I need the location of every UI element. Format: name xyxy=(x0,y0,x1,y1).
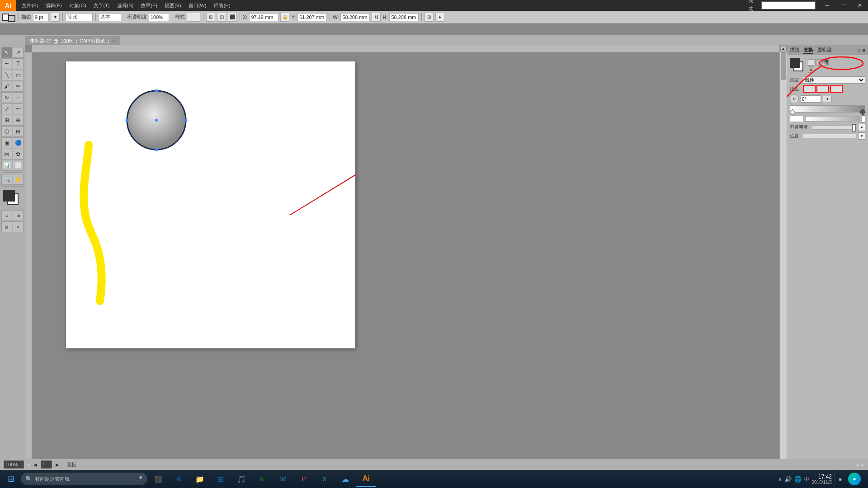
panel-tab-stroke[interactable]: 描边 xyxy=(790,47,800,54)
scroll-thumb[interactable] xyxy=(781,52,786,80)
start-button[interactable]: ⊞ xyxy=(2,471,20,487)
equal-ratio-input[interactable] xyxy=(66,13,93,21)
none-option[interactable]: ✕ xyxy=(808,66,814,73)
scroll-track[interactable] xyxy=(780,52,787,469)
stroke-dropdown[interactable]: ▾ xyxy=(51,13,60,22)
blend-tool[interactable]: ⋈ xyxy=(1,149,12,160)
close-button[interactable]: ✕ xyxy=(852,0,868,11)
taskbar-search[interactable]: 🔍 有问题尽管问我 🎤 xyxy=(21,473,147,485)
pencil-tool[interactable]: ✏ xyxy=(13,81,24,92)
select-tool[interactable]: ↖ xyxy=(1,47,12,58)
transform-icon2[interactable]: ◫ xyxy=(217,13,226,22)
panel-menu-icon[interactable]: ≡ xyxy=(863,47,865,53)
graph-tool[interactable]: 📊 xyxy=(1,160,12,171)
menu-window[interactable]: 窗口(W) xyxy=(185,0,210,11)
red-line-object[interactable] xyxy=(290,174,355,215)
perspective-grid-tool[interactable]: ⬡ xyxy=(1,126,12,137)
scale-tool[interactable]: ⤢ xyxy=(1,103,12,114)
stroke-box2[interactable] xyxy=(816,85,829,93)
none-btn[interactable]: ✕ xyxy=(13,221,24,232)
type-tool[interactable]: T xyxy=(13,58,24,69)
foreground-color-swatch[interactable] xyxy=(3,190,15,202)
menu-text[interactable]: 文字(T) xyxy=(90,0,113,11)
symbol-sprayer-tool[interactable]: ✿ xyxy=(13,149,24,160)
h-input[interactable] xyxy=(389,13,419,21)
transform-icon1[interactable]: ⊞ xyxy=(206,13,215,22)
transform-options-icon[interactable]: ⊞ xyxy=(425,13,434,22)
panel-expand-icon[interactable]: » xyxy=(858,47,860,53)
clock-area[interactable]: 17:42 2016/11/5 xyxy=(812,474,832,485)
opacity-dropdown[interactable]: ▾ xyxy=(858,124,865,131)
stroke-outline-swatch[interactable] xyxy=(8,15,15,22)
none-fill-btn[interactable]: ⊘ xyxy=(1,210,12,221)
more-options-icon[interactable]: ▸ xyxy=(435,13,444,22)
tray-network[interactable]: 🌐 xyxy=(794,476,802,483)
zoom-tool[interactable]: 🔍 xyxy=(1,174,12,185)
menu-file[interactable]: 文件(F) xyxy=(18,0,42,11)
scroll-up-btn[interactable]: ▲ xyxy=(780,45,787,52)
angle-dial[interactable]: ↻ xyxy=(790,94,799,103)
stroke-box1[interactable] xyxy=(803,85,816,93)
line-tool[interactable]: ╲ xyxy=(1,70,12,80)
color-thumb[interactable] xyxy=(862,115,865,122)
brush-tool[interactable]: 🖌 xyxy=(1,81,12,92)
eyedropper-tool[interactable]: 🔵 xyxy=(13,137,24,148)
taskbar-edge[interactable]: e xyxy=(169,471,189,487)
canvas-viewport[interactable] xyxy=(32,52,861,475)
zoom-dropdown[interactable]: ▾ xyxy=(28,462,30,467)
gradient-stop-right[interactable] xyxy=(859,109,866,115)
nav-left[interactable]: ◀ xyxy=(855,462,859,467)
minimize-button[interactable]: ─ xyxy=(819,0,835,11)
fill-option[interactable] xyxy=(808,59,814,66)
opacity-track[interactable] xyxy=(812,125,856,130)
opacity-thumb[interactable] xyxy=(852,124,856,131)
panel-tab-opacity[interactable]: 透明度 xyxy=(817,47,832,54)
gradient-option[interactable] xyxy=(822,59,829,66)
menu-effect[interactable]: 效果(E) xyxy=(137,0,161,11)
lock-proportions-icon[interactable]: 🔒 xyxy=(280,13,289,22)
taskbar-excel[interactable]: X xyxy=(315,471,335,487)
document-tab[interactable]: 未标题-1* @ 100% ( CMYK/预览 ) ✕ xyxy=(25,36,120,45)
tray-speaker[interactable]: 🔊 xyxy=(784,476,792,483)
menu-view[interactable]: 视图(V) xyxy=(161,0,185,11)
cortana-btn[interactable]: ● xyxy=(848,473,861,485)
gradient-tool[interactable]: ▣ xyxy=(1,137,12,148)
taskbar-store[interactable]: ⊞ xyxy=(211,471,231,487)
mic-icon[interactable]: 🎤 xyxy=(136,476,143,482)
rectangle-tool[interactable]: ▭ xyxy=(13,70,24,80)
reflect-tool[interactable]: ↔ xyxy=(13,92,24,103)
style-preview[interactable] xyxy=(187,13,200,22)
menu-object[interactable]: 对象(O) xyxy=(66,0,90,11)
position-track[interactable] xyxy=(803,134,856,138)
position-dropdown[interactable]: ▾ xyxy=(858,132,865,140)
taskbar-groove[interactable]: 🎵 xyxy=(231,471,251,487)
taskbar-powerpoint[interactable]: P xyxy=(294,471,314,487)
tray-up-arrow[interactable]: ∧ xyxy=(778,476,782,482)
taskbar-explorer[interactable]: 📁 xyxy=(190,471,210,487)
y-input[interactable] xyxy=(297,13,327,21)
stroke-option[interactable] xyxy=(815,59,821,66)
vertical-scrollbar[interactable]: ▲ ▼ xyxy=(779,45,787,475)
tab-close-button[interactable]: ✕ xyxy=(112,38,115,43)
white-swatch[interactable] xyxy=(790,116,803,122)
link-wh-icon[interactable]: ⛓ xyxy=(372,13,381,22)
color-slider[interactable] xyxy=(805,116,860,122)
panel-tab-transform[interactable]: 变换 xyxy=(803,47,813,54)
rotate-tool[interactable]: ↻ xyxy=(1,92,12,103)
tray-ime[interactable]: 中 xyxy=(804,476,809,483)
stroke-size-input[interactable] xyxy=(33,13,49,21)
stroke-box3[interactable] xyxy=(830,85,843,93)
page-next[interactable]: ▶ xyxy=(56,462,59,467)
search-field[interactable] xyxy=(761,1,816,9)
taskbar-task-view[interactable]: ⬛ xyxy=(148,471,168,487)
mesh-tool[interactable]: ⊞ xyxy=(13,126,24,137)
shape-builder-tool[interactable]: ⊕ xyxy=(13,115,24,126)
direct-select-tool[interactable]: ↗ xyxy=(13,47,24,58)
maximize-button[interactable]: □ xyxy=(835,0,852,11)
menu-edit[interactable]: 编辑(E) xyxy=(42,0,66,11)
panel-fg-swatch[interactable] xyxy=(790,58,800,68)
angle-dropdown[interactable]: ▾ xyxy=(823,96,832,102)
angle-input[interactable] xyxy=(801,95,821,103)
taskbar-illustrator[interactable]: Ai xyxy=(356,471,376,487)
free-transform-tool[interactable]: ⊞ xyxy=(1,115,12,126)
